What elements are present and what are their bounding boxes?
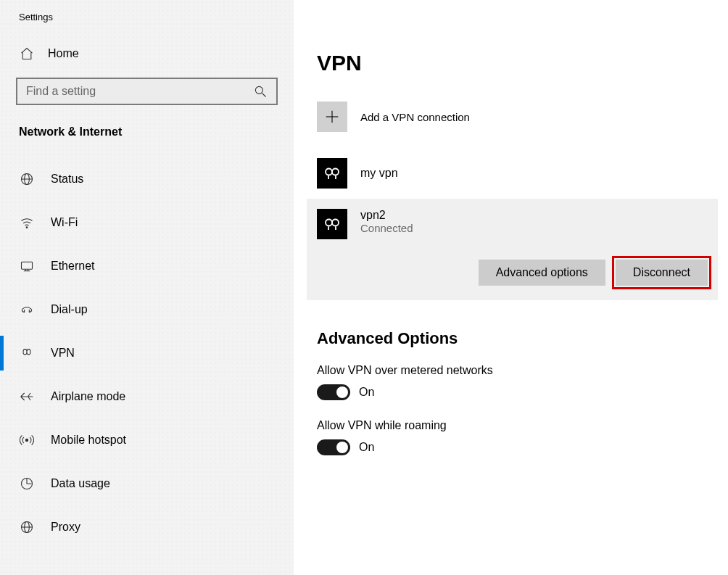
vpn-selected-status: Connected [360, 222, 413, 234]
nav-home[interactable]: Home [0, 40, 294, 67]
proxy-globe-icon [19, 519, 35, 535]
add-vpn-connection[interactable]: Add a VPN connection [307, 97, 718, 136]
datausage-icon [19, 476, 35, 492]
sidebar: Settings Home Network & Internet Status [0, 0, 294, 575]
toggle-metered-state: On [359, 386, 374, 399]
page-title: VPN [307, 51, 718, 75]
nav-item-vpn[interactable]: VPN [0, 331, 294, 375]
wifi-icon [19, 215, 35, 231]
nav-label: Dial-up [51, 303, 88, 316]
home-label: Home [48, 47, 79, 60]
advanced-options-button[interactable]: Advanced options [479, 260, 605, 286]
search-box-wrap [16, 78, 278, 105]
nav-item-dialup[interactable]: Dial-up [0, 288, 294, 331]
svg-point-10 [25, 439, 28, 441]
nav-item-datausage[interactable]: Data usage [0, 462, 294, 505]
category-title: Network & Internet [0, 118, 294, 149]
vpn-connection-name: my vpn [360, 167, 398, 180]
svg-point-5 [26, 227, 28, 228]
search-box[interactable] [16, 78, 278, 105]
add-vpn-label: Add a VPN connection [360, 111, 470, 123]
nav-label: VPN [51, 347, 75, 360]
vpn-connection-item[interactable]: my vpn [307, 151, 718, 196]
nav-item-hotspot[interactable]: Mobile hotspot [0, 418, 294, 462]
nav-label: Wi-Fi [51, 216, 78, 229]
toggle-metered-label: Allow VPN over metered networks [317, 364, 718, 377]
svg-line-1 [262, 94, 265, 97]
hotspot-icon [19, 432, 35, 448]
disconnect-button[interactable]: Disconnect [616, 260, 708, 286]
ethernet-icon [19, 258, 35, 274]
vpn-selected-name: vpn2 [360, 209, 413, 222]
dialup-icon [19, 302, 35, 318]
window-title: Settings [0, 7, 294, 40]
toggle-roaming[interactable] [317, 439, 350, 455]
nav-item-ethernet[interactable]: Ethernet [0, 244, 294, 288]
nav-item-wifi[interactable]: Wi-Fi [0, 201, 294, 244]
home-icon [19, 46, 35, 62]
vpn-icon [19, 345, 35, 361]
nav-list: Status Wi-Fi Ethernet Dial-up [0, 157, 294, 549]
globe-icon [19, 171, 35, 187]
nav-label: Status [51, 173, 83, 186]
toggle-roaming-group: Allow VPN while roaming On [307, 419, 718, 455]
nav-item-status[interactable]: Status [0, 157, 294, 201]
toggle-metered[interactable] [317, 384, 350, 400]
nav-item-airplane[interactable]: Airplane mode [0, 375, 294, 418]
nav-label: Data usage [51, 477, 110, 490]
nav-label: Proxy [51, 521, 80, 534]
search-icon [252, 83, 268, 99]
vpn-connection-selected[interactable]: vpn2 Connected Advanced options Disconne… [307, 199, 718, 300]
nav-label: Airplane mode [51, 390, 125, 403]
nav-item-proxy[interactable]: Proxy [0, 505, 294, 549]
nav-label: Mobile hotspot [51, 434, 126, 447]
plus-icon [317, 102, 347, 132]
toggle-metered-group: Allow VPN over metered networks On [307, 364, 718, 400]
vpn-tile-icon [317, 158, 347, 189]
vpn-tile-icon [317, 209, 347, 239]
search-input[interactable] [26, 85, 252, 98]
toggle-roaming-label: Allow VPN while roaming [317, 419, 718, 432]
toggle-roaming-state: On [359, 441, 374, 454]
main-content: VPN Add a VPN connection my vpn vpn2 Con… [294, 0, 728, 575]
airplane-icon [19, 389, 35, 405]
svg-rect-6 [22, 262, 33, 269]
svg-point-0 [255, 86, 262, 94]
advanced-options-heading: Advanced Options [307, 329, 718, 348]
nav-label: Ethernet [51, 260, 94, 273]
